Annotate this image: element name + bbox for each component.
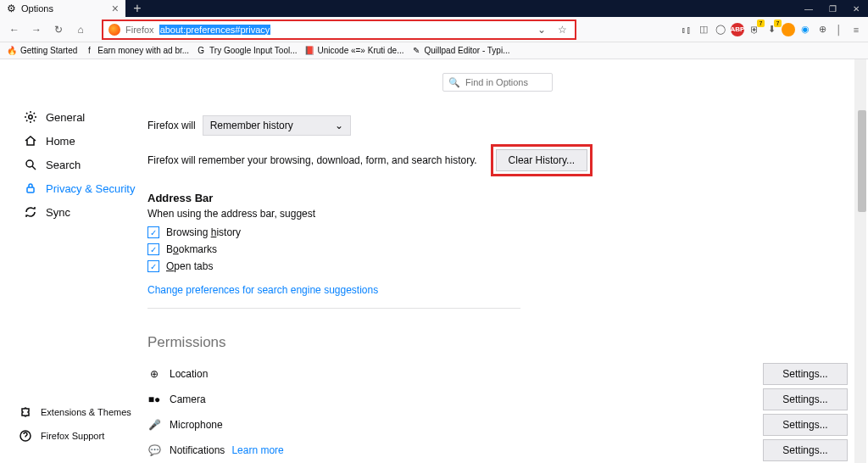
permission-row-location: ⊕LocationSettings... [147, 363, 848, 385]
preferences-sidebar: GeneralHomeSearchPrivacy & SecuritySyncE… [0, 59, 146, 463]
sync-icon [24, 205, 37, 219]
abp-icon[interactable]: ABP [731, 23, 744, 36]
puzzle-icon [19, 405, 32, 419]
settings-button[interactable]: Settings... [763, 439, 848, 461]
permission-label: Microphone [170, 419, 223, 431]
scrollbar-thumb[interactable] [858, 110, 866, 212]
preferences-main: 🔍 Find in Options Firefox will Remember … [146, 59, 868, 463]
bookmark-item[interactable]: ✎Quillpad Editor - Typi... [411, 46, 510, 56]
bookmark-icon: ✎ [411, 46, 421, 56]
cam-icon: ■● [147, 393, 161, 406]
clear-history-highlight: Clear History... [491, 144, 593, 176]
sidebar-item-label: Sync [46, 206, 70, 219]
checkbox[interactable]: ✓ [147, 226, 159, 238]
learn-more-link[interactable]: Learn more [231, 444, 283, 456]
sidebar-item-extensions-themes[interactable]: Extensions & Themes [0, 400, 146, 424]
star-icon[interactable]: ☆ [554, 22, 570, 37]
search-suggestions-link[interactable]: Change preferences for search engine sug… [147, 284, 378, 296]
checkbox[interactable]: ✓ [147, 260, 159, 272]
history-label: Firefox will [147, 120, 196, 131]
settings-button[interactable]: Settings... [763, 414, 848, 436]
tab-title: Options [21, 3, 107, 14]
browser-tab[interactable]: ⚙ Options × [0, 0, 125, 17]
close-icon[interactable]: × [112, 3, 119, 14]
home-icon [24, 134, 37, 148]
svg-rect-2 [27, 187, 34, 192]
zoom-icon[interactable]: ⊕ [815, 23, 829, 36]
bookmark-label: Try Google Input Tool... [209, 46, 297, 55]
search-icon: 🔍 [448, 77, 460, 88]
back-button[interactable]: ← [5, 20, 24, 39]
close-window-button[interactable]: ✕ [844, 0, 868, 17]
forward-button[interactable]: → [27, 20, 46, 39]
sidebar-item-search[interactable]: Search [0, 153, 146, 176]
search-placeholder: Find in Options [465, 77, 528, 87]
svg-point-1 [26, 160, 33, 167]
sidebar-item-label: Extensions & Themes [41, 407, 131, 417]
messenger-icon[interactable]: ◉ [798, 23, 812, 36]
reload-button[interactable]: ↻ [49, 20, 68, 39]
svg-point-0 [29, 115, 32, 119]
account-icon[interactable]: ◯ [714, 23, 727, 36]
clear-history-button[interactable]: Clear History... [496, 149, 587, 171]
permission-row-microphone: 🎤MicrophoneSettings... [147, 414, 848, 436]
maximize-button[interactable]: ❐ [821, 0, 844, 17]
divider [147, 308, 520, 309]
sidebar-item-home[interactable]: Home [0, 129, 146, 153]
permission-row-notifications: 💬Notifications Learn moreSettings... [147, 439, 848, 461]
downloads-icon[interactable]: ⬇7 [765, 23, 778, 36]
bookmark-label: Earn money with ad br... [97, 46, 189, 55]
chevron-down-icon[interactable]: ⌄ [534, 22, 549, 37]
checkbox[interactable]: ✓ [147, 243, 159, 255]
bookmark-label: Unicode «=» Kruti de... [318, 46, 404, 55]
history-mode-select[interactable]: Remember history ⌄ [203, 115, 351, 136]
ext-orange-icon[interactable] [782, 23, 795, 36]
bookmark-item[interactable]: 📕Unicode «=» Kruti de... [304, 46, 404, 56]
mic-icon: 🎤 [147, 418, 161, 432]
home-button[interactable]: ⌂ [71, 20, 90, 39]
sidebar-item-label: Firefox Support [41, 431, 104, 441]
permissions-heading: Permissions [147, 334, 848, 351]
bookmarks-bar: 🔥Getting StartedfEarn money with ad br..… [0, 42, 868, 59]
find-in-options[interactable]: 🔍 Find in Options [442, 73, 553, 92]
settings-button[interactable]: Settings... [763, 363, 848, 385]
sidebar-item-general[interactable]: General [0, 105, 146, 129]
minimize-button[interactable]: — [797, 0, 821, 17]
content: GeneralHomeSearchPrivacy & SecuritySyncE… [0, 59, 868, 463]
history-description: Firefox will remember your browsing, dow… [147, 154, 477, 166]
bookmark-icon: 📕 [304, 46, 314, 56]
firefox-icon [108, 24, 120, 36]
nav-toolbar: ← → ↻ ⌂ Firefox about:preferences#privac… [0, 17, 868, 42]
shield-icon[interactable]: ⛨7 [748, 23, 761, 36]
permission-label: Camera [170, 393, 206, 405]
checkbox-label: Bookmarks [166, 243, 217, 255]
bookmark-icon: G [196, 46, 206, 56]
sidebar-item-privacy-security[interactable]: Privacy & Security [0, 176, 146, 200]
toolbar-extensions: ⫾⫿ ◫ ◯ ABP ⛨7 ⬇7 ◉ ⊕ │ ≡ [680, 23, 863, 36]
chevron-down-icon: ⌄ [335, 120, 343, 131]
sidebar-item-label: Search [46, 159, 81, 171]
bookmark-label: Getting Started [20, 46, 77, 55]
bookmark-item[interactable]: GTry Google Input Tool... [196, 46, 297, 56]
sidebar-item-firefox-support[interactable]: Firefox Support [0, 424, 146, 448]
gear-icon: ⚙ [7, 3, 16, 14]
library-icon[interactable]: ⫾⫿ [680, 23, 693, 36]
url-bar[interactable]: Firefox about:preferences#privacy ⌄ ☆ [102, 20, 576, 40]
gear-icon [24, 110, 37, 124]
bookmark-item[interactable]: fEarn money with ad br... [84, 46, 189, 56]
window-controls: — ❐ ✕ [797, 0, 868, 17]
bookmark-item[interactable]: 🔥Getting Started [7, 46, 77, 56]
bell-icon: 💬 [147, 443, 161, 457]
url-text: about:preferences#privacy [159, 25, 271, 35]
settings-button[interactable]: Settings... [763, 388, 848, 410]
menu-button[interactable]: ≡ [849, 23, 863, 36]
identity-label: Firefox [125, 25, 154, 35]
help-icon [19, 429, 32, 443]
address-bar-heading: Address Bar [147, 192, 848, 204]
bookmark-icon: 🔥 [7, 46, 17, 56]
titlebar: ⚙ Options × + — ❐ ✕ [0, 0, 868, 17]
sidebar-icon[interactable]: ◫ [697, 23, 710, 36]
new-tab-button[interactable]: + [125, 0, 149, 17]
sidebar-item-sync[interactable]: Sync [0, 200, 146, 224]
bookmark-label: Quillpad Editor - Typi... [425, 46, 510, 55]
